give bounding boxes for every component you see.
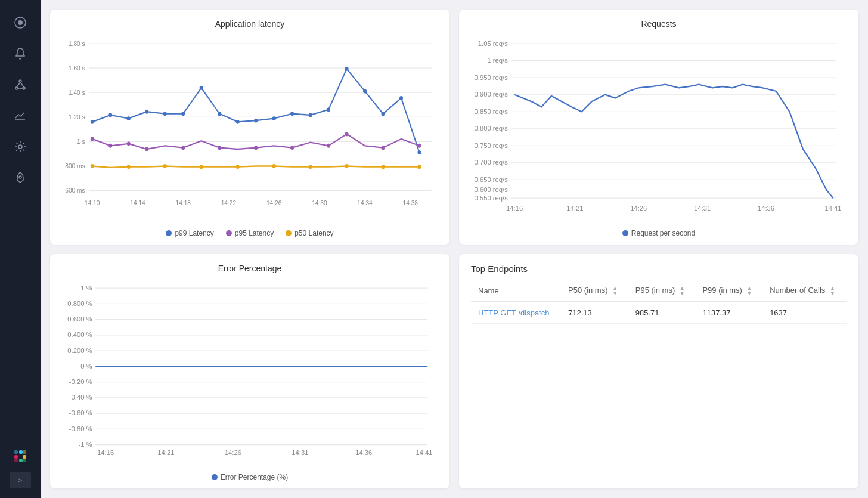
sidebar-icon-bell[interactable] xyxy=(8,42,32,66)
error-panel: Error Percentage 1 % 0.800 % 0.600 % 0.4… xyxy=(50,254,450,489)
svg-rect-16 xyxy=(23,450,26,454)
latency-legend: p99 Latency p95 Latency p50 Latency xyxy=(62,229,438,237)
endpoint-calls: 1637 xyxy=(762,302,847,324)
sidebar-icon-rocket[interactable] xyxy=(8,166,32,190)
svg-point-75 xyxy=(200,165,203,169)
sidebar-icon-settings[interactable] xyxy=(8,135,32,159)
svg-point-44 xyxy=(145,110,148,114)
legend-label-rps: Request per second xyxy=(631,229,695,237)
svg-text:1.05 req/s: 1.05 req/s xyxy=(478,39,508,47)
svg-point-41 xyxy=(91,120,94,124)
svg-text:14:26: 14:26 xyxy=(225,448,241,456)
sidebar-icon-topology[interactable] xyxy=(8,73,32,97)
endpoints-panel: Top Endpoints Name P50 (in ms) ▲▼ P95 (i… xyxy=(459,254,858,489)
svg-text:-0.60 %: -0.60 % xyxy=(69,409,92,416)
svg-rect-11 xyxy=(14,455,18,459)
svg-text:0.900 req/s: 0.900 req/s xyxy=(475,91,509,98)
svg-point-80 xyxy=(382,165,385,169)
requests-title: Requests xyxy=(471,19,847,29)
legend-p95: p95 Latency xyxy=(226,229,274,237)
svg-text:14:36: 14:36 xyxy=(355,448,372,456)
svg-text:0.650 req/s: 0.650 req/s xyxy=(475,176,509,183)
slack-icon[interactable] xyxy=(10,446,31,467)
svg-point-2 xyxy=(19,80,21,82)
endpoint-p50: 712.13 xyxy=(561,302,628,324)
svg-point-76 xyxy=(236,165,240,169)
legend-p50: p50 Latency xyxy=(286,229,333,237)
svg-text:14:30: 14:30 xyxy=(312,199,327,206)
svg-text:14:16: 14:16 xyxy=(506,205,523,212)
svg-point-69 xyxy=(345,132,349,136)
svg-point-62 xyxy=(127,141,131,146)
legend-label-error: Error Percentage (%) xyxy=(221,473,288,481)
svg-text:0.950 req/s: 0.950 req/s xyxy=(475,74,509,81)
collapse-button[interactable]: > xyxy=(10,472,31,488)
svg-text:14:26: 14:26 xyxy=(630,205,647,212)
legend-dot-p95 xyxy=(226,230,232,236)
error-title: Error Percentage xyxy=(62,264,438,273)
legend-error: Error Percentage (%) xyxy=(212,473,288,481)
svg-point-64 xyxy=(181,146,185,150)
svg-point-1 xyxy=(18,20,23,25)
svg-text:14:16: 14:16 xyxy=(97,448,114,456)
latency-chart-area: 1.80 s 1.60 s 1.40 s 1.20 s 1 s 800 ms 6… xyxy=(62,33,438,224)
svg-point-9 xyxy=(18,145,22,149)
svg-point-79 xyxy=(345,164,349,168)
svg-point-60 xyxy=(91,137,94,141)
svg-rect-14 xyxy=(23,455,26,459)
svg-point-45 xyxy=(163,112,167,116)
svg-text:0.200 %: 0.200 % xyxy=(67,347,92,354)
svg-line-6 xyxy=(20,82,24,87)
endpoint-name[interactable]: HTTP GET /dispatch xyxy=(471,302,561,324)
svg-point-53 xyxy=(309,113,312,117)
svg-point-10 xyxy=(19,176,21,178)
svg-point-70 xyxy=(382,146,385,150)
latency-svg: 1.80 s 1.60 s 1.40 s 1.20 s 1 s 800 ms 6… xyxy=(62,33,438,224)
svg-point-59 xyxy=(417,150,421,154)
svg-text:0 %: 0 % xyxy=(80,362,92,369)
col-p50[interactable]: P50 (in ms) ▲▼ xyxy=(561,281,628,302)
col-p95[interactable]: P95 (in ms) ▲▼ xyxy=(628,281,696,302)
svg-point-49 xyxy=(236,120,240,124)
svg-point-61 xyxy=(108,144,112,148)
svg-text:0.700 req/s: 0.700 req/s xyxy=(475,159,509,166)
svg-text:1 req/s: 1 req/s xyxy=(487,57,508,64)
svg-text:1 s: 1 s xyxy=(77,137,85,145)
error-chart-area: 1 % 0.800 % 0.600 % 0.400 % 0.200 % 0 % … xyxy=(62,278,438,469)
svg-text:1.40 s: 1.40 s xyxy=(69,88,85,96)
svg-point-78 xyxy=(309,165,312,169)
col-p99[interactable]: P99 (in ms) ▲▼ xyxy=(695,281,762,302)
legend-dot-p50 xyxy=(286,230,292,236)
svg-text:600 ms: 600 ms xyxy=(65,186,85,194)
col-calls[interactable]: Number of Calls ▲▼ xyxy=(762,281,847,302)
legend-label-p99: p99 Latency xyxy=(175,229,213,237)
requests-legend: Request per second xyxy=(471,229,847,237)
svg-text:14:10: 14:10 xyxy=(85,199,100,206)
legend-dot-p99 xyxy=(166,230,172,236)
svg-point-73 xyxy=(127,165,131,169)
svg-text:0.800 req/s: 0.800 req/s xyxy=(475,125,509,132)
svg-text:800 ms: 800 ms xyxy=(65,162,85,169)
svg-point-43 xyxy=(127,116,131,120)
error-legend: Error Percentage (%) xyxy=(62,473,438,481)
legend-dot-rps xyxy=(622,230,628,236)
svg-text:0.550 req/s: 0.550 req/s xyxy=(475,194,509,201)
main-content: Application latency 1.80 s 1.60 s 1.40 s… xyxy=(41,0,868,498)
svg-point-55 xyxy=(345,67,349,71)
col-name[interactable]: Name xyxy=(471,281,561,302)
svg-text:0.800 %: 0.800 % xyxy=(67,299,92,307)
svg-text:0.600 req/s: 0.600 req/s xyxy=(475,186,509,193)
svg-point-54 xyxy=(327,107,330,112)
endpoint-p95: 985.71 xyxy=(628,302,696,324)
sidebar-icon-home[interactable] xyxy=(8,11,32,35)
svg-rect-17 xyxy=(14,459,18,462)
svg-rect-13 xyxy=(19,459,23,462)
svg-text:1 %: 1 % xyxy=(80,284,92,291)
sidebar-icon-chart[interactable] xyxy=(8,104,32,128)
svg-rect-18 xyxy=(23,459,26,462)
sidebar-bottom: > xyxy=(10,446,31,488)
endpoints-table: Name P50 (in ms) ▲▼ P95 (in ms) ▲▼ P99 (… xyxy=(471,281,847,324)
endpoints-title: Top Endpoints xyxy=(471,264,847,274)
svg-text:14:26: 14:26 xyxy=(266,199,281,206)
error-svg: 1 % 0.800 % 0.600 % 0.400 % 0.200 % 0 % … xyxy=(62,278,438,469)
